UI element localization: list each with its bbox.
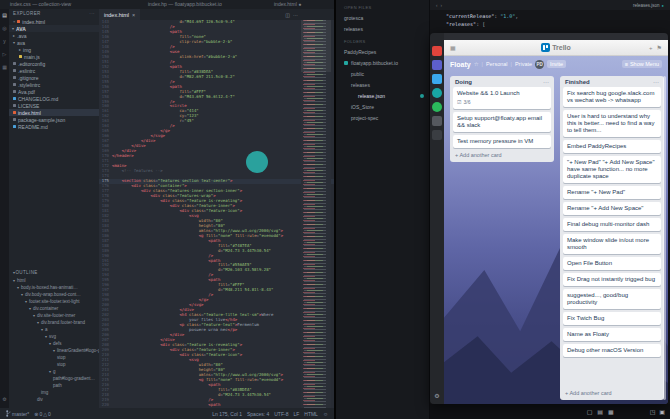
card[interactable]: "+ New Pad" "+ Add New Space" have same … <box>563 156 661 183</box>
list-menu-icon[interactable]: ··· <box>653 79 659 85</box>
file-tree-item-ava[interactable]: ▾ava <box>9 39 99 46</box>
member-avatar[interactable]: PD <box>535 60 544 69</box>
boards-grid-icon[interactable]: ▦ <box>450 44 456 51</box>
extensions-icon[interactable]: ▦ <box>2 64 7 70</box>
folder-item-public[interactable]: public <box>336 68 429 79</box>
card[interactable]: Final debug multi-monitor dash <box>563 218 661 231</box>
add-card-button[interactable]: + Add another card <box>453 151 551 160</box>
nav-forward-icon[interactable]: › <box>441 3 443 8</box>
outline-item[interactable]: ▾body.is-boxed.has-animati… <box>9 284 99 291</box>
service-icon-gmail[interactable] <box>432 46 442 56</box>
service-icon-add-service[interactable] <box>432 130 442 140</box>
minimap[interactable] <box>301 20 331 408</box>
card[interactable]: Name as Floaty <box>563 328 661 341</box>
card[interactable]: suggested..., good/bug productivity <box>563 289 661 309</box>
scrollbar[interactable] <box>663 76 666 400</box>
invite-button[interactable]: Invite <box>547 60 566 68</box>
eol[interactable]: LF <box>293 411 299 417</box>
debug-icon[interactable]: ▷ <box>3 51 7 57</box>
code-editor[interactable]: 143 d="M44.697 126.5c0-9.4"144 />145 <pa… <box>99 20 334 408</box>
file-tree-item-.stylelintrc[interactable]: .stylelintrc <box>9 81 99 88</box>
open-editor-row[interactable]: × index.html <box>9 18 99 25</box>
folder-item-iOS_Store[interactable]: iOS_Store <box>336 101 429 112</box>
more-actions-icon[interactable]: ··· <box>293 12 298 18</box>
outline-item[interactable]: div <box>9 396 99 403</box>
card[interactable]: Fix Drag not instantly trigged bug <box>563 273 661 286</box>
outline-item[interactable]: path <box>9 382 99 389</box>
add-board-icon[interactable]: + <box>649 45 653 51</box>
board-visibility[interactable]: Private <box>515 61 532 67</box>
service-icon-slack[interactable] <box>432 60 442 70</box>
outline-item[interactable]: ▾g <box>9 368 99 375</box>
outline-item[interactable]: ▾footer.site-footer.text-light <box>9 298 99 305</box>
file-tree-item-README.md[interactable]: README.md <box>9 123 99 130</box>
git-branch-item[interactable]: master* <box>6 410 29 417</box>
card[interactable]: User is hard to understand why this is b… <box>563 110 661 137</box>
list-header[interactable]: Finished··· <box>563 79 661 87</box>
file-tree-item-.editorconfig[interactable]: .editorconfig <box>9 60 99 67</box>
service-icon-notes[interactable] <box>432 116 442 126</box>
card[interactable]: Make window slide in/out more smooth <box>563 234 661 254</box>
json-line[interactable]: "currentRelease": "1.0", <box>440 12 518 20</box>
list-menu-icon[interactable]: ··· <box>543 79 549 85</box>
service-icon-whatsapp[interactable] <box>432 102 442 112</box>
board-scope[interactable]: Personal <box>486 61 508 67</box>
folder-item-release.json[interactable]: release.json <box>336 90 429 101</box>
file-tree-item-index.html[interactable]: index.html <box>9 109 99 116</box>
card[interactable]: Embed PaddyRecipes <box>563 140 661 153</box>
add-card-button[interactable]: + Add another card <box>563 389 661 398</box>
nav-back-icon[interactable]: ‹ <box>436 3 438 8</box>
workspace-root-row[interactable]: ▾ AVA <box>9 25 99 32</box>
folder-item-releases[interactable]: releases <box>336 79 429 90</box>
outline-item[interactable]: ▾div.brand.footer-brand <box>9 319 99 326</box>
close-icon[interactable]: × <box>132 12 135 18</box>
file-tree-item-main.js[interactable]: main.js <box>9 53 99 60</box>
tray-expand-icon[interactable]: ◳ <box>650 408 656 415</box>
card[interactable]: Rename "+ Add New Space" <box>563 202 661 215</box>
file-tree-item-.gitignore[interactable]: .gitignore <box>9 74 99 81</box>
code-line[interactable]: 220 <path <box>99 403 334 408</box>
tab-index-html[interactable]: index.html × <box>99 9 140 20</box>
taskbar-window-icon[interactable]: ▢ <box>587 408 593 415</box>
json-code[interactable]: "currentRelease": "1.0", "releases": [ <box>440 12 518 28</box>
card[interactable]: Debug other macOS Version <box>563 344 661 357</box>
folder-item-project-spec[interactable]: project-spec <box>336 112 429 123</box>
file-tree-item-CHANGELOG.md[interactable]: CHANGELOG.md <box>9 95 99 102</box>
service-icon-twitter[interactable] <box>432 74 442 84</box>
outline-item[interactable]: ▾div.site-footer-inner <box>9 312 99 319</box>
encoding[interactable]: UTF-8 <box>274 411 288 417</box>
file-tree-item-package-sample.json[interactable]: package-sample.json <box>9 116 99 123</box>
card[interactable]: Fix search bug google.slack.com vs wecha… <box>563 87 661 107</box>
settings-gear-icon[interactable]: ⚙ <box>2 396 6 402</box>
outline-item[interactable]: path#logo-gradient… <box>9 375 99 382</box>
card[interactable]: Setup support@floaty.app email && slack <box>453 112 551 132</box>
outline-item[interactable]: stop <box>9 361 99 368</box>
search-icon[interactable]: ◎ <box>2 25 6 31</box>
tray-clock-icon[interactable]: ▣ <box>659 408 665 415</box>
source-control-icon[interactable]: y <box>3 38 6 44</box>
outline-item[interactable]: ▾div.container <box>9 305 99 312</box>
open-file-releases[interactable]: releases <box>336 23 429 34</box>
split-editor-icon[interactable]: ◫ <box>285 12 290 18</box>
file-tree-item-.ava[interactable]: ▸.ava <box>9 32 99 39</box>
outline-item[interactable]: ▾div.body-wrap.boxed-cont… <box>9 291 99 298</box>
outline-item[interactable]: ▾a <box>9 326 99 333</box>
taskbar-grid-icon[interactable]: ▤ <box>597 408 603 415</box>
problems-item[interactable]: ⊗ 0 △ 0 <box>34 411 51 417</box>
service-icon-floaty[interactable] <box>432 88 442 98</box>
folder-item-PaddyRecipes[interactable]: PaddyRecipes <box>336 46 429 57</box>
notifications-flag-icon[interactable]: ⚑ <box>657 44 662 51</box>
file-tree-item-img[interactable]: ▸img <box>9 46 99 53</box>
language-mode[interactable]: HTML <box>304 411 318 417</box>
card[interactable]: Fix Twich Bug <box>563 312 661 325</box>
outline-item[interactable]: stop <box>9 354 99 361</box>
outline-item[interactable]: ▾linearGradient#logo-gradi… <box>9 347 99 354</box>
folder-item-floatyapp.bitbucket.io[interactable]: floatyapp.bitbucket.io <box>336 57 429 68</box>
json-line[interactable]: "releases": [ <box>440 20 518 28</box>
indentation[interactable]: Spaces: 4 <box>247 411 269 417</box>
card[interactable]: Rename "+ New Pad" <box>563 186 661 199</box>
settings-gear-icon[interactable]: ⚙ <box>434 392 439 399</box>
list-header[interactable]: Doing··· <box>453 79 551 87</box>
feedback-smiley-icon[interactable]: ☺ <box>323 411 328 417</box>
card[interactable]: Test memory pressure in VM <box>453 135 551 148</box>
